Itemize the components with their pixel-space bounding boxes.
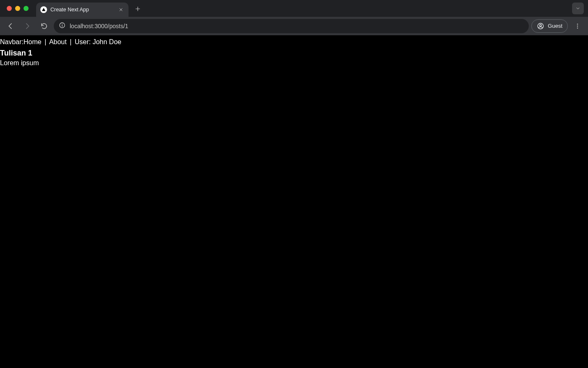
window-controls — [4, 6, 33, 11]
reload-button[interactable] — [37, 19, 51, 33]
svg-point-6 — [577, 27, 578, 28]
navbar-prefix: Navbar: — [0, 38, 24, 45]
tab-strip: Create Next App — [0, 0, 588, 17]
profile-icon — [537, 22, 544, 30]
site-info-icon[interactable] — [59, 22, 66, 30]
window-close-button[interactable] — [7, 6, 12, 11]
back-button[interactable] — [3, 19, 18, 33]
new-tab-button[interactable] — [132, 3, 144, 15]
address-bar[interactable]: localhost:3000/posts/1 — [54, 19, 529, 33]
toolbar: localhost:3000/posts/1 Guest — [0, 17, 588, 35]
arrow-left-icon — [7, 22, 14, 30]
chevron-down-icon — [575, 6, 580, 11]
window-maximize-button[interactable] — [24, 6, 29, 11]
post-body: Lorem ipsum — [0, 59, 588, 67]
svg-point-4 — [577, 24, 578, 24]
tab-title: Create Next App — [50, 7, 118, 13]
post-title: Tulisan 1 — [0, 49, 588, 58]
svg-point-5 — [577, 25, 578, 26]
browser-tab[interactable]: Create Next App — [36, 3, 129, 17]
vercel-icon — [40, 6, 47, 13]
separator: | — [68, 38, 73, 45]
nav-link-about[interactable]: About — [49, 38, 67, 45]
nav-link-home[interactable]: Home — [24, 38, 42, 45]
reload-icon — [40, 22, 48, 30]
close-icon — [118, 7, 123, 12]
separator: | — [43, 38, 47, 45]
menu-button[interactable] — [570, 19, 585, 33]
plus-icon — [135, 6, 141, 12]
svg-point-1 — [62, 24, 63, 25]
svg-point-3 — [540, 24, 542, 26]
arrow-right-icon — [24, 22, 31, 30]
info-icon — [59, 22, 66, 29]
profile-label: Guest — [548, 23, 562, 29]
url-text: localhost:3000/posts/1 — [70, 23, 128, 29]
window-minimize-button[interactable] — [15, 6, 20, 11]
close-tab-button[interactable] — [118, 6, 124, 13]
forward-button[interactable] — [20, 19, 34, 33]
user-label: User: — [75, 38, 91, 45]
page-viewport: Navbar:Home | About | User: John Doe Tul… — [0, 35, 588, 368]
user-name: John Doe — [92, 38, 121, 45]
navbar: Navbar:Home | About | User: John Doe — [0, 35, 588, 47]
tabs-dropdown-button[interactable] — [572, 3, 584, 14]
profile-button[interactable]: Guest — [531, 19, 568, 33]
kebab-icon — [574, 23, 581, 29]
